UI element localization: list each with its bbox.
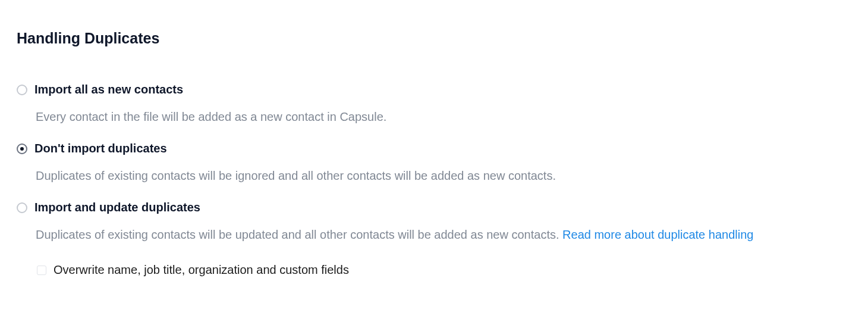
section-title: Handling Duplicates — [17, 30, 851, 47]
radio-label: Import and update duplicates — [34, 201, 200, 214]
radio-icon — [17, 85, 27, 95]
radio-description: Every contact in the file will be added … — [36, 108, 851, 125]
radio-dot-icon — [20, 147, 24, 151]
radio-row[interactable]: Don't import duplicates — [17, 142, 851, 155]
checkbox-icon — [37, 266, 46, 275]
duplicate-handling-radio-group: Import all as new contacts Every contact… — [17, 83, 851, 277]
read-more-link[interactable]: Read more about duplicate handling — [562, 228, 753, 241]
option-dont-import-duplicates: Don't import duplicates Duplicates of ex… — [17, 142, 851, 184]
radio-row[interactable]: Import all as new contacts — [17, 83, 851, 96]
option-import-all-new: Import all as new contacts Every contact… — [17, 83, 851, 125]
radio-label: Import all as new contacts — [34, 83, 183, 96]
radio-icon-selected — [17, 143, 27, 154]
option-import-update-duplicates: Import and update duplicates Duplicates … — [17, 201, 851, 277]
radio-description: Duplicates of existing contacts will be … — [36, 167, 851, 184]
radio-row[interactable]: Import and update duplicates — [17, 201, 851, 214]
description-text: Duplicates of existing contacts will be … — [36, 228, 562, 241]
radio-label: Don't import duplicates — [34, 142, 167, 155]
checkbox-label: Overwrite name, job title, organization … — [54, 263, 349, 277]
radio-icon — [17, 202, 27, 213]
sub-option-overwrite[interactable]: Overwrite name, job title, organization … — [37, 263, 851, 277]
radio-description: Duplicates of existing contacts will be … — [36, 226, 851, 243]
